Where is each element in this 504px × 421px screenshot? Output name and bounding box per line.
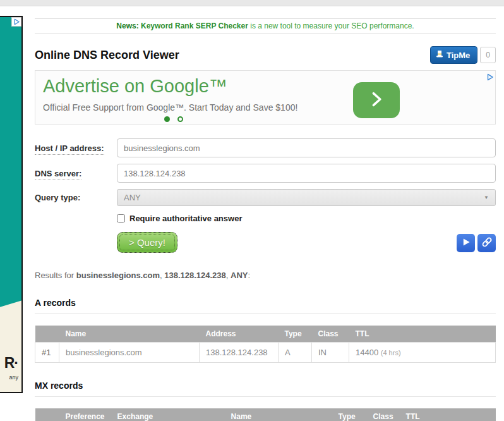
- query-button[interactable]: > Query!: [117, 232, 177, 253]
- dns-server-label: DNS server:: [35, 169, 117, 178]
- adchoices-icon[interactable]: [11, 17, 21, 27]
- permalink-button[interactable]: [477, 234, 496, 252]
- carousel-dot-active[interactable]: [164, 116, 170, 122]
- results-type: ANY: [231, 271, 248, 280]
- results-host: businesslegions.com: [76, 271, 160, 280]
- chevron-right-icon: [368, 89, 385, 111]
- link-icon: [481, 236, 493, 250]
- side-ad-logo-subtext: any: [9, 374, 18, 381]
- query-button-label: > Query!: [119, 235, 175, 250]
- side-ad-artwork: [0, 17, 21, 308]
- page-top-strip: [0, 0, 504, 6]
- ad-cta-button[interactable]: [353, 82, 400, 118]
- column-header-index: [35, 408, 59, 421]
- host-label: Host / IP address:: [35, 143, 117, 153]
- column-header-name: Name: [59, 326, 200, 343]
- play-icon: [462, 238, 471, 248]
- query-type-row: Query type: ANY ▼: [35, 189, 496, 206]
- ttl-note: (4 hrs): [381, 349, 401, 357]
- column-header-ttl: TTL: [349, 326, 496, 343]
- a-records-table: Name Address Type Class TTL #1 businessl…: [35, 326, 496, 363]
- record-type: A: [279, 343, 312, 363]
- mx-records-table: Preference Exchange Name Type Class TTL …: [35, 408, 496, 421]
- table-header-row: Preference Exchange Name Type Class TTL: [35, 408, 496, 421]
- ad-banner[interactable]: Advertise on Google™ Official Free Suppo…: [35, 70, 496, 125]
- tip-count-badge: 0: [480, 47, 496, 63]
- column-header-address: Address: [200, 326, 279, 343]
- ad-subtext: Official Free Support from Google™. Star…: [43, 102, 297, 113]
- results-server: 138.128.124.238: [164, 271, 226, 280]
- adchoices-icon[interactable]: [486, 72, 494, 83]
- share-buttons: [457, 234, 496, 252]
- dns-query-form: Host / IP address: DNS server: Query typ…: [35, 138, 496, 255]
- authoritative-checkbox-label: Require authoritative answer: [129, 214, 242, 223]
- column-header-name: Name: [225, 408, 332, 421]
- side-ad-logo-text: R·: [4, 355, 18, 372]
- table-header-row: Name Address Type Class TTL: [35, 326, 496, 343]
- a-records-heading: A records: [35, 298, 496, 314]
- column-header-type: Type: [332, 408, 367, 421]
- column-header-class: Class: [367, 408, 400, 421]
- dns-server-row: DNS server:: [35, 164, 496, 183]
- column-header-class: Class: [312, 326, 349, 343]
- ad-carousel-dots: [164, 116, 183, 122]
- carousel-dot-inactive[interactable]: [177, 116, 183, 122]
- tip-hat-icon: [436, 50, 443, 60]
- tipme-button[interactable]: TipMe: [430, 46, 477, 64]
- caret-down-icon: ▼: [484, 195, 489, 200]
- news-link[interactable]: Keyword Rank SERP Checker: [141, 21, 248, 30]
- page-title: Online DNS Record Viewer: [35, 49, 179, 62]
- results-summary: Results for businesslegions.com, 138.128…: [35, 271, 496, 280]
- dns-server-input[interactable]: [117, 164, 496, 183]
- column-header-type: Type: [279, 326, 312, 343]
- record-index: #1: [35, 343, 59, 363]
- tipme-button-label: TipMe: [447, 51, 470, 60]
- header-row: Online DNS Record Viewer TipMe 0: [35, 45, 496, 65]
- column-header-exchange: Exchange: [111, 408, 225, 421]
- run-button[interactable]: [457, 234, 475, 252]
- column-header-preference: Preference: [59, 408, 111, 421]
- table-row: #1 businesslegions.com 138.128.124.238 A…: [35, 343, 496, 363]
- record-class: IN: [312, 343, 349, 363]
- side-ad-banner[interactable]: R· any: [0, 16, 23, 393]
- news-text: is a new tool to measure your SEO perfor…: [250, 21, 414, 30]
- query-type-label: Query type:: [35, 193, 117, 202]
- main-content: News: Keyword Rank SERP Checker is a new…: [35, 18, 496, 421]
- ad-headline[interactable]: Advertise on Google™: [43, 76, 227, 97]
- query-type-selected-value: ANY: [124, 193, 141, 202]
- record-name: businesslegions.com: [59, 343, 200, 363]
- host-input[interactable]: [117, 138, 496, 157]
- authoritative-checkbox[interactable]: [117, 214, 125, 223]
- host-row: Host / IP address:: [35, 138, 496, 157]
- news-label: News:: [116, 21, 138, 30]
- record-ttl: 14400 (4 hrs): [349, 343, 496, 363]
- tip-area: TipMe 0: [430, 46, 496, 64]
- action-row: > Query!: [117, 232, 496, 255]
- authoritative-row: Require authoritative answer: [117, 214, 496, 223]
- column-header-ttl: TTL: [400, 408, 496, 421]
- mx-section: MX records Preference Exchange Name Type…: [35, 381, 496, 421]
- query-type-select[interactable]: ANY ▼: [117, 189, 496, 206]
- record-address: 138.128.124.238: [200, 343, 279, 363]
- news-bar: News: Keyword Rank SERP Checker is a new…: [35, 18, 496, 34]
- column-header-index: [35, 326, 59, 343]
- mx-records-heading: MX records: [35, 381, 496, 397]
